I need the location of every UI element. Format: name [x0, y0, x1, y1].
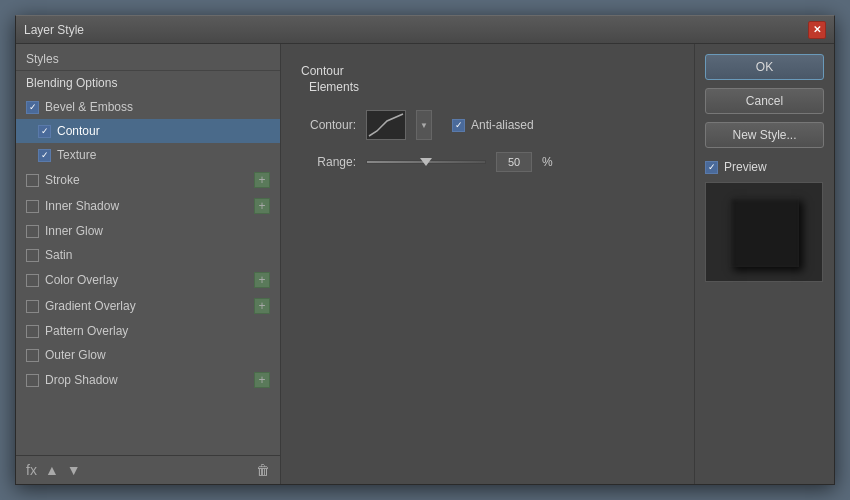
- contour-row: Contour: ▼ Anti-aliased: [301, 110, 674, 140]
- delete-style-button[interactable]: 🗑: [256, 462, 270, 478]
- left-panel: Styles Blending Options Bevel & Emboss C…: [16, 44, 281, 484]
- anti-alias-row: Anti-aliased: [452, 118, 534, 132]
- gradient-overlay-checkbox[interactable]: [26, 300, 39, 313]
- contour-label: Contour: [57, 124, 100, 138]
- contour-field-label: Contour:: [301, 118, 356, 132]
- preview-inner-box: [729, 197, 799, 267]
- outer-glow-label: Outer Glow: [45, 348, 106, 362]
- preview-label: Preview: [724, 160, 767, 174]
- dialog-title: Layer Style: [24, 23, 84, 37]
- sidebar-item-inner-glow[interactable]: Inner Glow: [16, 219, 280, 243]
- sidebar-item-contour[interactable]: Contour: [16, 119, 280, 143]
- contour-thumbnail[interactable]: [366, 110, 406, 140]
- new-style-button[interactable]: New Style...: [705, 122, 824, 148]
- drop-shadow-label: Drop Shadow: [45, 373, 118, 387]
- inner-glow-checkbox[interactable]: [26, 225, 39, 238]
- close-button[interactable]: ✕: [808, 21, 826, 39]
- sidebar-item-color-overlay[interactable]: Color Overlay +: [16, 267, 280, 293]
- move-down-button[interactable]: ▼: [67, 462, 81, 478]
- sidebar-item-blending-options[interactable]: Blending Options: [16, 71, 280, 95]
- range-field-label: Range:: [301, 155, 356, 169]
- stroke-add-icon[interactable]: +: [254, 172, 270, 188]
- preview-area: [705, 182, 823, 282]
- sidebar-item-gradient-overlay[interactable]: Gradient Overlay +: [16, 293, 280, 319]
- contour-curve-svg: [367, 111, 405, 139]
- pattern-overlay-checkbox[interactable]: [26, 325, 39, 338]
- drop-shadow-add-icon[interactable]: +: [254, 372, 270, 388]
- sidebar-item-drop-shadow[interactable]: Drop Shadow +: [16, 367, 280, 393]
- pattern-overlay-label: Pattern Overlay: [45, 324, 128, 338]
- dialog-body: Styles Blending Options Bevel & Emboss C…: [16, 44, 834, 484]
- drop-shadow-checkbox[interactable]: [26, 374, 39, 387]
- satin-checkbox[interactable]: [26, 249, 39, 262]
- fx-button[interactable]: fx: [26, 462, 37, 478]
- outer-glow-checkbox[interactable]: [26, 349, 39, 362]
- move-up-button[interactable]: ▲: [45, 462, 59, 478]
- inner-glow-label: Inner Glow: [45, 224, 103, 238]
- inner-shadow-label: Inner Shadow: [45, 199, 119, 213]
- range-slider[interactable]: [366, 152, 486, 172]
- range-slider-track: [366, 160, 486, 164]
- range-row: Range: 50 %: [301, 152, 674, 172]
- contour-section-subtitle: Elements: [301, 80, 674, 94]
- left-panel-bottom: fx ▲ ▼ 🗑: [16, 455, 280, 484]
- gradient-overlay-add-icon[interactable]: +: [254, 298, 270, 314]
- inner-shadow-add-icon[interactable]: +: [254, 198, 270, 214]
- title-bar: Layer Style ✕: [16, 16, 834, 44]
- stroke-label: Stroke: [45, 173, 80, 187]
- range-slider-thumb: [420, 158, 432, 166]
- sidebar-item-outer-glow[interactable]: Outer Glow: [16, 343, 280, 367]
- sidebar-item-inner-shadow[interactable]: Inner Shadow +: [16, 193, 280, 219]
- right-panel: OK Cancel New Style... Preview: [694, 44, 834, 484]
- anti-alias-checkbox[interactable]: [452, 119, 465, 132]
- contour-section-title: Contour: [301, 64, 674, 78]
- blending-options-label: Blending Options: [26, 76, 117, 90]
- bevel-emboss-checkbox[interactable]: [26, 101, 39, 114]
- sidebar-item-pattern-overlay[interactable]: Pattern Overlay: [16, 319, 280, 343]
- satin-label: Satin: [45, 248, 72, 262]
- anti-alias-label: Anti-aliased: [471, 118, 534, 132]
- inner-shadow-checkbox[interactable]: [26, 200, 39, 213]
- stroke-checkbox[interactable]: [26, 174, 39, 187]
- gradient-overlay-label: Gradient Overlay: [45, 299, 136, 313]
- ok-button[interactable]: OK: [705, 54, 824, 80]
- range-value-input[interactable]: 50: [496, 152, 532, 172]
- styles-header: Styles: [16, 44, 280, 71]
- contour-dropdown-button[interactable]: ▼: [416, 110, 432, 140]
- preview-label-row: Preview: [705, 160, 824, 174]
- sidebar-item-stroke[interactable]: Stroke +: [16, 167, 280, 193]
- sidebar-item-satin[interactable]: Satin: [16, 243, 280, 267]
- texture-checkbox[interactable]: [38, 149, 51, 162]
- bevel-emboss-label: Bevel & Emboss: [45, 100, 133, 114]
- layer-style-dialog: Layer Style ✕ Styles Blending Options Be…: [15, 15, 835, 485]
- contour-checkbox[interactable]: [38, 125, 51, 138]
- color-overlay-label: Color Overlay: [45, 273, 118, 287]
- color-overlay-add-icon[interactable]: +: [254, 272, 270, 288]
- texture-label: Texture: [57, 148, 96, 162]
- middle-panel: Contour Elements Contour: ▼ Anti-aliased: [281, 44, 694, 484]
- sidebar-item-texture[interactable]: Texture: [16, 143, 280, 167]
- color-overlay-checkbox[interactable]: [26, 274, 39, 287]
- cancel-button[interactable]: Cancel: [705, 88, 824, 114]
- sidebar-item-bevel-emboss[interactable]: Bevel & Emboss: [16, 95, 280, 119]
- range-unit-label: %: [542, 155, 553, 169]
- preview-checkbox[interactable]: [705, 161, 718, 174]
